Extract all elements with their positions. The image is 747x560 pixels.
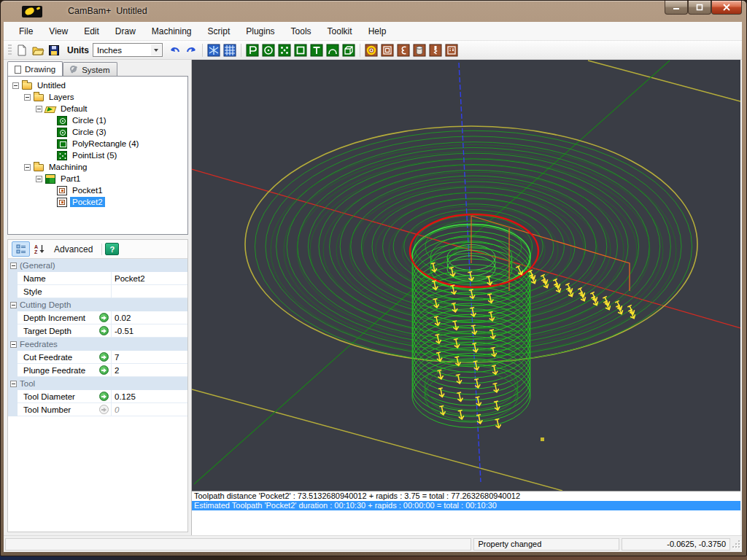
draw-arc-icon[interactable]: [325, 42, 341, 58]
menu-toolkit[interactable]: Toolkit: [320, 23, 360, 40]
property-value[interactable]: [111, 285, 187, 298]
menu-edit[interactable]: Edit: [76, 23, 107, 40]
expander-icon[interactable]: [36, 176, 42, 182]
category-expander-icon[interactable]: [10, 262, 17, 269]
tree-item-untitled[interactable]: Untitled: [8, 79, 187, 91]
menu-file[interactable]: File: [11, 23, 41, 40]
maximize-button[interactable]: [688, 1, 711, 15]
property-value[interactable]: 0.02: [111, 311, 187, 324]
tree-item-machining[interactable]: Machining: [8, 161, 187, 173]
menu-help[interactable]: Help: [360, 23, 395, 40]
combo-arrow-icon[interactable]: [151, 44, 161, 55]
tree-item-pocket2[interactable]: Pocket2: [8, 196, 187, 208]
tree-item-polyrectangle-4-[interactable]: PolyRectangle (4): [8, 138, 187, 149]
property-row-style[interactable]: Style: [8, 285, 187, 298]
draw-polyline-icon[interactable]: [244, 42, 260, 58]
property-row-target-depth[interactable]: Target Depth-0.51: [8, 324, 187, 338]
menu-script[interactable]: Script: [200, 23, 239, 40]
draw-text-icon[interactable]: [309, 42, 325, 58]
tree-item-layers[interactable]: Layers: [8, 91, 187, 103]
default-value-arrow-icon[interactable]: [99, 313, 109, 322]
mop-profile-icon[interactable]: [363, 42, 379, 58]
redo-icon[interactable]: [183, 42, 199, 58]
advanced-toggle[interactable]: Advanced: [54, 244, 93, 254]
grid-toggle-icon[interactable]: [222, 42, 238, 58]
tab-system[interactable]: System: [63, 62, 117, 77]
mop-engrave-icon[interactable]: [395, 42, 411, 58]
tab-drawing-label: Drawing: [25, 65, 55, 74]
mop-lathe-icon[interactable]: [411, 42, 427, 58]
mop-drill-icon[interactable]: [427, 42, 444, 58]
sort-alpha-icon[interactable]: AZ: [30, 241, 48, 257]
menu-draw[interactable]: Draw: [107, 23, 144, 40]
tree-item-pocket1[interactable]: Pocket1: [8, 184, 187, 196]
menu-machining[interactable]: Machining: [144, 23, 200, 40]
menu-tools[interactable]: Tools: [283, 23, 320, 40]
tab-drawing[interactable]: Drawing: [7, 61, 63, 77]
close-button[interactable]: [711, 1, 742, 15]
categorize-icon[interactable]: [12, 241, 30, 257]
property-value[interactable]: 0.125: [111, 390, 187, 403]
property-category[interactable]: Cutting Depth: [8, 298, 187, 311]
property-category[interactable]: (General): [8, 259, 187, 272]
default-value-arrow-icon[interactable]: [99, 352, 109, 362]
new-file-icon[interactable]: [14, 42, 30, 58]
menu-view[interactable]: View: [41, 23, 76, 40]
help-icon[interactable]: ?: [105, 243, 119, 255]
tree-item-part1[interactable]: Part1: [8, 173, 187, 184]
property-row-cut-feedrate[interactable]: Cut Feedrate7: [8, 351, 187, 364]
property-row-name[interactable]: NamePocket2: [8, 272, 187, 285]
property-name: Tool Diameter: [18, 390, 96, 403]
toolpath-duration-message[interactable]: Estimated Toolpath 'Pocket2' duration : …: [192, 501, 740, 510]
property-value[interactable]: 2: [111, 364, 187, 377]
save-file-icon[interactable]: [46, 42, 62, 58]
resize-grip[interactable]: [732, 540, 740, 548]
property-row-tool-number[interactable]: Tool Number0: [8, 403, 187, 416]
tree-item-label: PolyRectangle (4): [70, 139, 141, 149]
property-row-plunge-feedrate[interactable]: Plunge Feedrate2: [8, 364, 187, 377]
expander-icon[interactable]: [24, 94, 31, 101]
zoom-extents-icon[interactable]: [206, 42, 222, 58]
open-file-icon[interactable]: [30, 42, 46, 58]
undo-icon[interactable]: [167, 42, 183, 58]
draw-surface-icon[interactable]: [341, 42, 357, 58]
draw-circle-icon[interactable]: [260, 42, 276, 58]
property-value[interactable]: -0.51: [111, 324, 187, 338]
expander-icon[interactable]: [12, 82, 19, 89]
mop-pocket-icon[interactable]: [379, 42, 395, 58]
folder-icon: [34, 164, 44, 171]
property-value[interactable]: 7: [111, 351, 187, 364]
category-expander-icon[interactable]: [10, 381, 17, 387]
screen: CamBam+ Untitled FileViewEditDrawMachini…: [0, 0, 747, 560]
expander-icon[interactable]: [36, 106, 42, 112]
viewport-3d[interactable]: [192, 60, 740, 491]
draw-rectangle-icon[interactable]: [293, 42, 309, 58]
category-expander-icon[interactable]: [10, 302, 17, 308]
menu-plugins[interactable]: Plugins: [238, 23, 282, 40]
mop-gcode-icon[interactable]: [444, 42, 460, 58]
toolbar-grip[interactable]: [8, 44, 12, 56]
property-row-depth-increment[interactable]: Depth Increment0.02: [8, 311, 187, 324]
statusbar-message: Property changed: [473, 538, 619, 551]
property-category[interactable]: Feedrates: [8, 338, 187, 351]
tree-item-circle-3-[interactable]: Circle (3): [8, 126, 187, 138]
tree-item-circle-1-[interactable]: Circle (1): [8, 114, 187, 126]
draw-pointlist-icon[interactable]: [276, 42, 293, 58]
units-select[interactable]: Inches: [93, 43, 163, 57]
category-expander-icon[interactable]: [10, 341, 17, 348]
property-row-tool-diameter[interactable]: Tool Diameter0.125: [8, 390, 187, 403]
tree-item-pointlist-5-[interactable]: PointList (5): [8, 149, 187, 161]
toolpath-distance-message[interactable]: Toolpath distance 'Pocket2' : 73.5132680…: [192, 491, 740, 501]
property-value[interactable]: 0: [111, 403, 187, 416]
default-value-arrow-icon[interactable]: [99, 392, 109, 401]
default-value-arrow-icon[interactable]: [99, 365, 109, 375]
property-value[interactable]: Pocket2: [111, 272, 187, 285]
default-value-arrow-icon[interactable]: [99, 405, 109, 414]
tree-item-default[interactable]: Default: [8, 103, 187, 114]
circle-icon: [57, 116, 67, 125]
property-category[interactable]: Tool: [8, 377, 187, 390]
expander-icon[interactable]: [24, 164, 31, 171]
default-value-arrow-icon[interactable]: [99, 326, 109, 335]
minimize-button[interactable]: [665, 1, 688, 15]
titlebar: CamBam+ Untitled: [1, 1, 746, 22]
